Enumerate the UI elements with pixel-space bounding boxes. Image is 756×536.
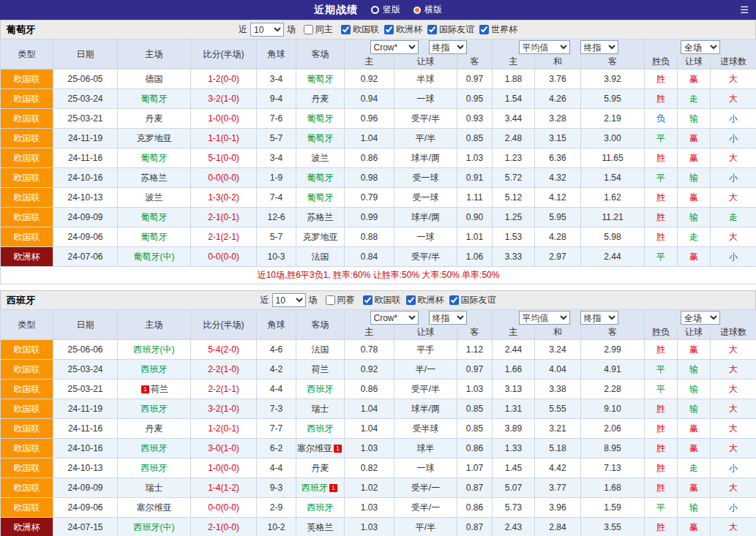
team-link[interactable]: 西班牙 xyxy=(141,463,168,473)
team-link[interactable]: 葡萄牙 xyxy=(307,113,334,124)
same-competition-checkbox-input[interactable] xyxy=(326,295,335,305)
away-team-cell: 葡萄牙 xyxy=(296,69,345,89)
corner-cell: 9-4 xyxy=(257,89,296,109)
euro-time-select[interactable]: 终指 xyxy=(580,311,618,325)
corner-cell: 3-4 xyxy=(257,69,296,89)
eu-away-odds: 3.55 xyxy=(581,518,645,536)
team-link[interactable]: 苏格兰 xyxy=(141,173,168,183)
team-link[interactable]: 法国 xyxy=(312,344,329,355)
team-link[interactable]: 丹麦 xyxy=(312,463,329,473)
team-link[interactable]: 苏格兰 xyxy=(307,212,334,222)
recent-count-select[interactable]: 10 xyxy=(250,23,284,37)
team-link[interactable]: 葡萄牙(中) xyxy=(134,252,175,262)
team-link[interactable]: 葡萄牙 xyxy=(307,74,334,84)
team-link[interactable]: 西班牙 xyxy=(307,384,334,394)
league-filter-checkbox[interactable]: 国际友谊 xyxy=(449,294,496,306)
team-link[interactable]: 克罗地亚 xyxy=(303,232,338,242)
league-filter-checkbox[interactable]: 国际友谊 xyxy=(427,23,474,36)
team-link[interactable]: 西班牙 xyxy=(141,404,168,414)
league-checkbox-input[interactable] xyxy=(427,25,437,34)
odds-source-select[interactable]: Crow* xyxy=(370,311,419,325)
radio-unselected-icon xyxy=(371,6,379,14)
team-section: 西班牙 近 10 场 同赛 欧国联欧洲杯国际友谊 类型 日期 主场 xyxy=(0,290,756,536)
team-link[interactable]: 葡萄牙 xyxy=(307,133,334,143)
league-checkbox-input[interactable] xyxy=(363,295,373,305)
league-checkbox-input[interactable] xyxy=(341,25,351,34)
goals-result-cell: 大 xyxy=(711,518,756,536)
odds-time-select[interactable]: 终指 xyxy=(429,40,467,54)
league-filter-checkbox[interactable]: 欧国联 xyxy=(341,23,379,36)
team-link[interactable]: 荷兰 xyxy=(151,384,168,394)
league-checkbox-input[interactable] xyxy=(384,25,394,34)
layout-radio-vertical[interactable]: 竖版 xyxy=(371,4,400,16)
eu-away-odds: 2.44 xyxy=(581,247,645,267)
subcol-handicap-result: 让球 xyxy=(678,55,711,69)
goals-result-cell: 大 xyxy=(711,148,756,168)
result-cell: 胜 xyxy=(645,89,678,109)
menu-icon[interactable]: ☰ xyxy=(740,4,749,15)
league-filter-checkbox[interactable]: 欧洲杯 xyxy=(406,294,444,306)
league-filter-checkbox[interactable]: 欧国联 xyxy=(363,294,401,306)
team-link[interactable]: 丹麦 xyxy=(146,423,163,434)
team-link[interactable]: 丹麦 xyxy=(146,113,163,124)
team-link[interactable]: 西班牙 xyxy=(307,502,334,513)
league-filter-checkbox[interactable]: 欧洲杯 xyxy=(384,23,422,36)
team-link[interactable]: 西班牙(中) xyxy=(134,522,175,532)
ah-home-odds: 1.03 xyxy=(345,498,394,518)
league-checkbox-input[interactable] xyxy=(406,295,416,305)
team-link[interactable]: 西班牙 xyxy=(141,364,168,374)
team-link[interactable]: 西班牙 xyxy=(307,423,334,434)
team-link[interactable]: 德国 xyxy=(146,74,163,84)
team-link[interactable]: 克罗地亚 xyxy=(137,133,172,143)
layout-radio-horizontal[interactable]: 横版 xyxy=(413,4,442,16)
team-link[interactable]: 丹麦 xyxy=(312,94,329,104)
ah-home-odds: 0.86 xyxy=(345,380,394,399)
league-checkbox-input[interactable] xyxy=(449,295,459,305)
same-host-checkbox-input[interactable] xyxy=(304,25,313,34)
team-link[interactable]: 西班牙 xyxy=(302,483,328,493)
team-link[interactable]: 西班牙(中) xyxy=(134,344,175,355)
scope-select[interactable]: 全场 xyxy=(681,311,720,325)
same-host-checkbox[interactable]: 同主 xyxy=(304,23,333,36)
ah-result-cell: 赢 xyxy=(678,69,711,89)
team-link[interactable]: 葡萄牙 xyxy=(141,232,168,242)
corner-cell: 4-4 xyxy=(257,380,296,399)
odds-time-select[interactable]: 终指 xyxy=(429,311,467,325)
result-cell: 胜 xyxy=(645,518,678,536)
euro-source-select[interactable]: 平均值 xyxy=(519,311,570,325)
ah-line: 球半/两 xyxy=(394,208,457,227)
team-link[interactable]: 葡萄牙 xyxy=(141,212,168,222)
goals-result-cell: 小 xyxy=(711,129,756,148)
team-link[interactable]: 西班牙 xyxy=(141,443,168,453)
eu-home-odds: 3.89 xyxy=(493,419,535,439)
euro-source-select[interactable]: 平均值 xyxy=(519,40,570,54)
ah-line: 平手 xyxy=(394,340,457,360)
match-row: 欧国联24-09-09葡萄牙2-1(0-1)12-6苏格兰0.99球半/两0.9… xyxy=(1,208,756,227)
team-link[interactable]: 荷兰 xyxy=(312,364,329,374)
away-team-cell: 西班牙 xyxy=(296,419,345,439)
score-cell: 1-4(1-2) xyxy=(191,478,257,498)
same-competition-checkbox[interactable]: 同赛 xyxy=(326,294,355,306)
team-link[interactable]: 塞尔维亚 xyxy=(297,443,332,453)
team-link[interactable]: 瑞士 xyxy=(312,404,329,414)
team-link[interactable]: 塞尔维亚 xyxy=(137,502,172,513)
ah-away-odds: 1.03 xyxy=(457,148,493,168)
team-link[interactable]: 葡萄牙 xyxy=(141,94,168,104)
team-link[interactable]: 波兰 xyxy=(312,153,329,163)
team-link[interactable]: 葡萄牙 xyxy=(307,192,334,203)
eu-away-odds: 3.00 xyxy=(581,129,645,148)
odds-source-select[interactable]: Crow* xyxy=(370,40,419,54)
team-link[interactable]: 葡萄牙 xyxy=(307,173,334,183)
recent-count-select[interactable]: 10 xyxy=(272,293,306,307)
eu-draw-odds: 3.77 xyxy=(535,478,581,498)
league-filter-checkbox[interactable]: 世界杯 xyxy=(479,23,517,36)
league-checkbox-input[interactable] xyxy=(479,25,489,34)
team-link[interactable]: 葡萄牙 xyxy=(141,153,168,163)
scope-select[interactable]: 全场 xyxy=(681,40,720,54)
team-link[interactable]: 英格兰 xyxy=(307,522,334,532)
euro-time-select[interactable]: 终指 xyxy=(580,40,618,54)
team-link[interactable]: 波兰 xyxy=(146,192,163,203)
team-link[interactable]: 瑞士 xyxy=(146,483,163,493)
team-link[interactable]: 法国 xyxy=(312,252,329,262)
scope-group-header: 全场 xyxy=(645,39,756,56)
